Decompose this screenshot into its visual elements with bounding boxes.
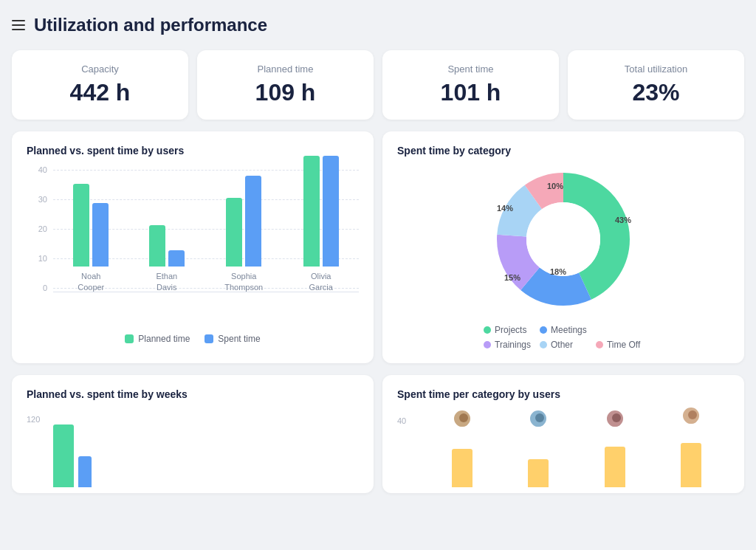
- svg-point-7: [456, 424, 471, 428]
- hamburger-icon[interactable]: [12, 20, 25, 30]
- bar-group-noah: NoahCooper: [73, 184, 109, 292]
- legend-timeoff: Time Off: [607, 340, 640, 350]
- legend-projects: Projects: [495, 325, 526, 335]
- bar-label-noah: NoahCooper: [78, 271, 104, 292]
- bar-group-sophia: SophiaThompson: [224, 176, 263, 292]
- metric-label-0: Capacity: [27, 63, 173, 75]
- bar-group-olivia: OliviaGarcia: [303, 156, 339, 292]
- metric-label-3: Total utilization: [583, 63, 729, 75]
- bar-groups: NoahCooper EthanDavis: [53, 165, 359, 292]
- user-bar-3: [605, 447, 625, 487]
- bar-group-ethan: EthanDavis: [149, 225, 185, 292]
- avatar-3: [605, 409, 625, 428]
- bar-chart-area: 40 30 20 10 0 NoahCooper: [27, 165, 359, 328]
- avatar-4: [681, 406, 701, 425]
- weekly-chart-card: Planned vs. spent time by weeks 120: [12, 375, 374, 493]
- user-bar-4: [681, 443, 701, 487]
- metric-value-1: 109 h: [212, 79, 359, 106]
- legend-planned: Planned time: [138, 334, 190, 344]
- header: Utilization and performance: [12, 12, 744, 38]
- weekly-bar-blue-1: [78, 456, 92, 487]
- bar-legend: Planned time Spent time: [27, 334, 359, 344]
- svg-point-11: [609, 424, 624, 428]
- pct-trainings: 15%: [504, 273, 520, 282]
- donut-wrapper: 43% 18% 15% 14% 10% Projects Meetings Tr…: [397, 165, 729, 350]
- metric-label-2: Spent time: [397, 63, 544, 75]
- svg-point-6: [459, 413, 468, 422]
- pct-timeoff: 10%: [547, 182, 563, 190]
- user-y-label: 40: [397, 416, 406, 425]
- avatar-1: [453, 409, 472, 428]
- svg-point-8: [535, 413, 544, 422]
- weekly-y-label: 120: [27, 415, 40, 424]
- metric-value-0: 442 h: [27, 79, 173, 106]
- legend-spent: Spent time: [218, 334, 260, 344]
- bar-label-olivia: OliviaGarcia: [309, 271, 333, 292]
- page-title: Utilization and performance: [34, 15, 267, 35]
- weekly-chart-title: Planned vs. spent time by weeks: [27, 388, 359, 400]
- svg-point-9: [532, 424, 547, 428]
- legend-meetings: Meetings: [551, 325, 587, 335]
- metric-card-3: Total utilization 23%: [568, 50, 744, 120]
- donut-svg: 43% 18% 15% 14% 10%: [489, 165, 637, 313]
- legend-trainings: Trainings: [495, 340, 531, 350]
- donut-labels: 43% 18% 15% 14% 10%: [489, 165, 637, 313]
- avatar-2: [529, 409, 548, 428]
- user-category-title: Spent time per category by users: [397, 388, 729, 400]
- metric-value-2: 101 h: [397, 79, 544, 106]
- pct-other: 14%: [497, 204, 513, 213]
- donut-legend: Projects Meetings Trainings Other Time O…: [484, 325, 643, 350]
- svg-point-13: [685, 421, 700, 425]
- metric-card-0: Capacity 442 h: [12, 50, 188, 120]
- svg-point-10: [612, 413, 621, 422]
- bar-chart-title: Planned vs. spent time by users: [27, 145, 359, 157]
- pct-projects: 43%: [615, 216, 631, 224]
- svg-point-12: [688, 410, 697, 419]
- metrics-row: Capacity 442 h Planned time 109 h Spent …: [12, 50, 744, 120]
- weekly-bar-green-1: [53, 424, 74, 487]
- bar-label-ethan: EthanDavis: [156, 271, 177, 292]
- metric-card-1: Planned time 109 h: [197, 50, 374, 120]
- metric-card-2: Spent time 101 h: [382, 50, 559, 120]
- metric-value-3: 23%: [583, 79, 729, 106]
- bottom-row: Planned vs. spent time by weeks 120 Spen…: [12, 375, 744, 493]
- legend-other: Other: [551, 340, 573, 350]
- pct-meetings: 18%: [550, 267, 566, 276]
- bar-chart-card: Planned vs. spent time by users 40 30 20…: [12, 131, 374, 363]
- user-category-card: Spent time per category by users 40: [382, 375, 744, 493]
- donut-chart-title: Spent time by category: [397, 145, 729, 157]
- page: Utilization and performance Capacity 442…: [12, 12, 744, 493]
- user-bar-1: [452, 449, 472, 487]
- metric-label-1: Planned time: [212, 63, 359, 75]
- donut-chart-card: Spent time by category: [382, 131, 744, 363]
- user-bar-2: [528, 459, 549, 487]
- charts-row: Planned vs. spent time by users 40 30 20…: [12, 131, 744, 363]
- bar-label-sophia: SophiaThompson: [224, 271, 263, 292]
